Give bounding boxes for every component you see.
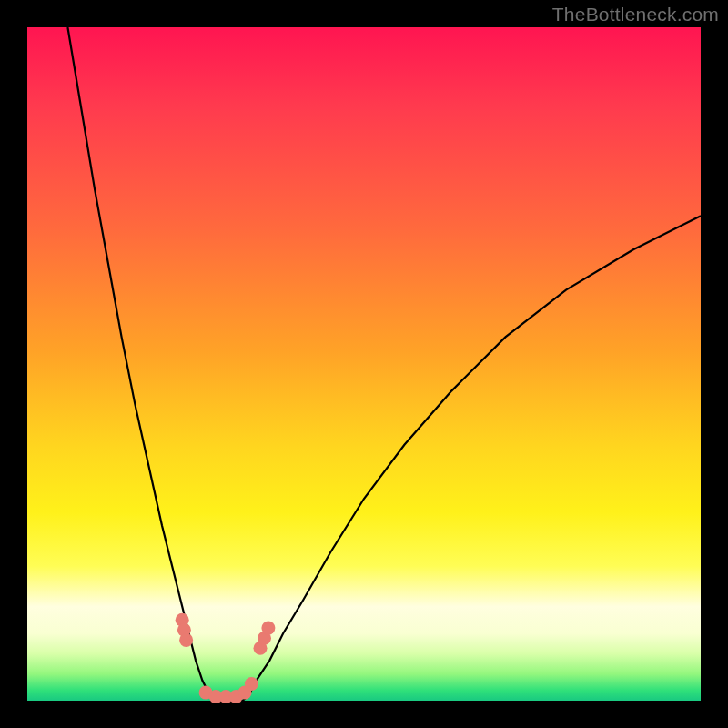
curve-group — [67, 27, 701, 701]
marker-group — [176, 613, 276, 703]
data-point — [179, 633, 193, 647]
bottleneck-curve — [67, 27, 701, 701]
chart-svg — [27, 27, 701, 701]
watermark-text: TheBottleneck.com — [552, 4, 719, 25]
outer-frame: TheBottleneck.com — [0, 0, 728, 728]
data-point — [261, 622, 275, 635]
data-point — [245, 677, 258, 691]
plot-area — [27, 27, 701, 701]
